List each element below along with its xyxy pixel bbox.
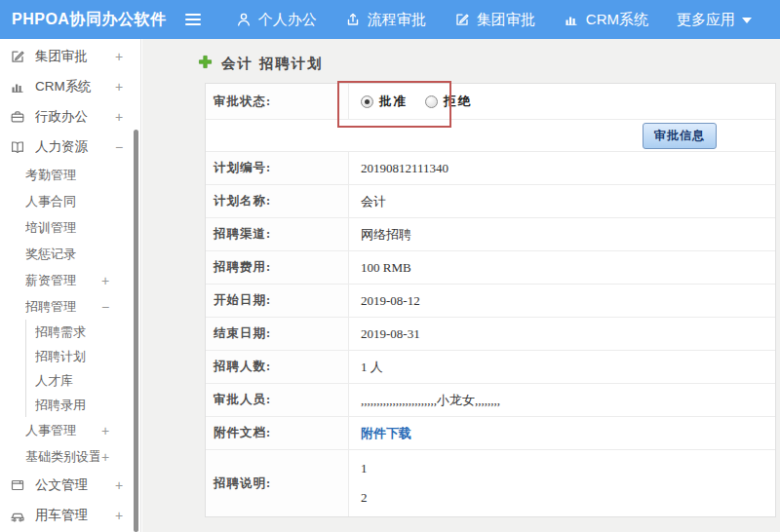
field-label: 招聘渠道: bbox=[206, 218, 349, 250]
page-title: 会计 招聘计划 bbox=[221, 55, 324, 73]
caret-down-icon bbox=[742, 16, 752, 23]
form-row-start-date: 开始日期: 2019-08-12 bbox=[206, 285, 775, 318]
expander-icon[interactable]: + bbox=[99, 449, 111, 465]
nav-group-approval[interactable]: 集团审批 bbox=[454, 11, 535, 29]
bar-chart-icon bbox=[10, 79, 26, 95]
sidebar-item-training-management[interactable]: 培训管理 bbox=[0, 214, 140, 241]
field-value: 网络招聘 bbox=[349, 226, 775, 244]
sidebar-item-admin-office[interactable]: 行政办公 + bbox=[0, 101, 140, 132]
sidebar-item-recruitment-plan[interactable]: 招聘计划 bbox=[25, 344, 140, 368]
form-row-recruitment-channel: 招聘渠道: 网络招聘 bbox=[206, 218, 775, 251]
user-icon bbox=[236, 12, 252, 27]
bar-chart-icon bbox=[564, 12, 579, 27]
sidebar-item-hr-contract[interactable]: 人事合同 bbox=[0, 188, 140, 214]
form-row-recruitment-notes: 招聘说明: 1 2 bbox=[206, 450, 775, 516]
nav-process-approval[interactable]: 流程审批 bbox=[345, 11, 426, 29]
sidebar-item-crm-system[interactable]: CRM系统 + bbox=[0, 71, 140, 101]
top-nav: 个人办公 流程审批 集团审批 CRM系统 更多应用 bbox=[236, 11, 780, 29]
field-value: 附件下载 bbox=[349, 425, 775, 442]
sidebar-item-basic-category-settings[interactable]: 基础类别设置 + bbox=[0, 443, 140, 470]
document-icon bbox=[10, 477, 26, 493]
sidebar-item-personnel-management[interactable]: 人事管理 + bbox=[0, 417, 140, 443]
field-label: 结束日期: bbox=[206, 318, 349, 350]
form-row-end-date: 结束日期: 2019-08-31 bbox=[206, 318, 775, 351]
page-header: 会计 招聘计划 bbox=[198, 54, 780, 73]
briefcase-icon bbox=[10, 109, 26, 125]
edit-square-icon bbox=[454, 12, 470, 27]
field-label: 招聘费用: bbox=[206, 251, 349, 284]
nav-more-apps[interactable]: 更多应用 bbox=[677, 11, 752, 29]
field-value: 100 RMB bbox=[349, 260, 775, 276]
sidebar: 集团审批 + CRM系统 + 行政办公 + 人力资源 − 考勤管理 人事合同 培… bbox=[0, 39, 141, 532]
form-row-plan-number: 计划编号: 20190812111340 bbox=[206, 152, 775, 185]
top-bar: PHPOA协同办公软件 个人办公 流程审批 集团审批 CRM系统 更多应用 bbox=[0, 0, 780, 39]
radio-reject[interactable] bbox=[425, 95, 438, 108]
sidebar-item-document-management[interactable]: 公文管理 + bbox=[0, 470, 140, 500]
field-value: 1 人 bbox=[349, 359, 775, 376]
field-value: 20190812111340 bbox=[349, 161, 775, 176]
approval-info-button[interactable]: 审批信息 bbox=[643, 123, 717, 149]
sidebar-menu: 集团审批 + CRM系统 + 行政办公 + 人力资源 − 考勤管理 人事合同 培… bbox=[0, 41, 140, 530]
nav-crm-system[interactable]: CRM系统 bbox=[564, 11, 648, 29]
sidebar-item-reward-punishment[interactable]: 奖惩记录 bbox=[0, 241, 140, 267]
field-label: 审批人员: bbox=[206, 384, 349, 416]
radio-reject-label: 拒绝 bbox=[444, 94, 472, 110]
form-row-recruitment-cost: 招聘费用: 100 RMB bbox=[206, 251, 775, 285]
hamburger-menu-icon[interactable] bbox=[183, 12, 205, 27]
sidebar-item-salary-management[interactable]: 薪资管理 + bbox=[0, 267, 140, 293]
form-row-attachment: 附件文档: 附件下载 bbox=[206, 417, 775, 450]
book-icon bbox=[10, 139, 26, 155]
sidebar-item-talent-pool[interactable]: 人才库 bbox=[25, 368, 140, 393]
field-label: 附件文档: bbox=[206, 417, 349, 449]
form-row-button: 审批信息 bbox=[206, 120, 775, 152]
field-label: 审批状态: bbox=[206, 84, 349, 119]
expander-icon[interactable]: − bbox=[113, 139, 125, 155]
car-icon bbox=[10, 508, 26, 523]
field-value: 2019-08-31 bbox=[349, 326, 775, 342]
expander-icon[interactable]: + bbox=[113, 49, 125, 64]
sidebar-item-recruitment-hiring[interactable]: 招聘录用 bbox=[25, 393, 140, 417]
nav-personal-office[interactable]: 个人办公 bbox=[236, 11, 317, 29]
expander-icon[interactable]: + bbox=[99, 273, 111, 288]
radio-approve-label: 批准 bbox=[379, 94, 408, 110]
sidebar-item-recruitment-needs[interactable]: 招聘需求 bbox=[25, 320, 140, 344]
app-logo: PHPOA协同办公软件 bbox=[0, 10, 183, 30]
detail-form: 审批状态: 批准 拒绝 审批信息 计划编号: 20190812111340 计划… bbox=[205, 83, 776, 517]
field-label: 计划编号: bbox=[206, 152, 349, 184]
sidebar-item-recruitment-management[interactable]: 招聘管理 − bbox=[0, 293, 140, 320]
field-value: 1 2 bbox=[349, 454, 775, 513]
field-label: 开始日期: bbox=[206, 285, 349, 317]
sidebar-item-human-resources[interactable]: 人力资源 − bbox=[0, 132, 140, 162]
sidebar-item-attendance-management[interactable]: 考勤管理 bbox=[0, 162, 140, 188]
field-label: 招聘人数: bbox=[206, 351, 349, 383]
field-label: 计划名称: bbox=[206, 185, 349, 217]
sidebar-scrollbar[interactable] bbox=[134, 130, 138, 532]
field-value: ,,,,,,,,,,,,,,,,,,,,,,,,小龙女,,,,,,,, bbox=[349, 392, 775, 409]
form-row-approval-status: 审批状态: 批准 拒绝 bbox=[206, 84, 775, 120]
attachment-download-link[interactable]: 附件下载 bbox=[361, 426, 411, 440]
expander-icon[interactable]: + bbox=[113, 109, 125, 125]
main-content: 会计 招聘计划 审批状态: 批准 拒绝 审批信息 计划编号: 201908121… bbox=[142, 39, 780, 532]
form-row-plan-name: 计划名称: 会计 bbox=[206, 185, 775, 218]
form-row-recruitment-count: 招聘人数: 1 人 bbox=[206, 351, 775, 384]
field-value: 2019-08-12 bbox=[349, 293, 775, 309]
form-row-approvers: 审批人员: ,,,,,,,,,,,,,,,,,,,,,,,,小龙女,,,,,,,… bbox=[206, 384, 775, 417]
radio-approve[interactable] bbox=[361, 95, 373, 108]
sidebar-item-group-approval[interactable]: 集团审批 + bbox=[0, 41, 140, 71]
add-icon bbox=[198, 55, 213, 73]
expander-icon[interactable]: + bbox=[113, 508, 125, 523]
edit-square-icon bbox=[10, 49, 26, 64]
field-label: 招聘说明: bbox=[206, 450, 349, 516]
field-value: 会计 bbox=[349, 193, 775, 210]
expander-icon[interactable]: + bbox=[99, 423, 111, 438]
sidebar-item-vehicle-management[interactable]: 用车管理 + bbox=[0, 500, 140, 530]
expander-icon[interactable]: + bbox=[113, 477, 125, 493]
expander-icon[interactable]: − bbox=[99, 299, 111, 315]
process-icon bbox=[345, 12, 361, 27]
expander-icon[interactable]: + bbox=[113, 79, 125, 95]
